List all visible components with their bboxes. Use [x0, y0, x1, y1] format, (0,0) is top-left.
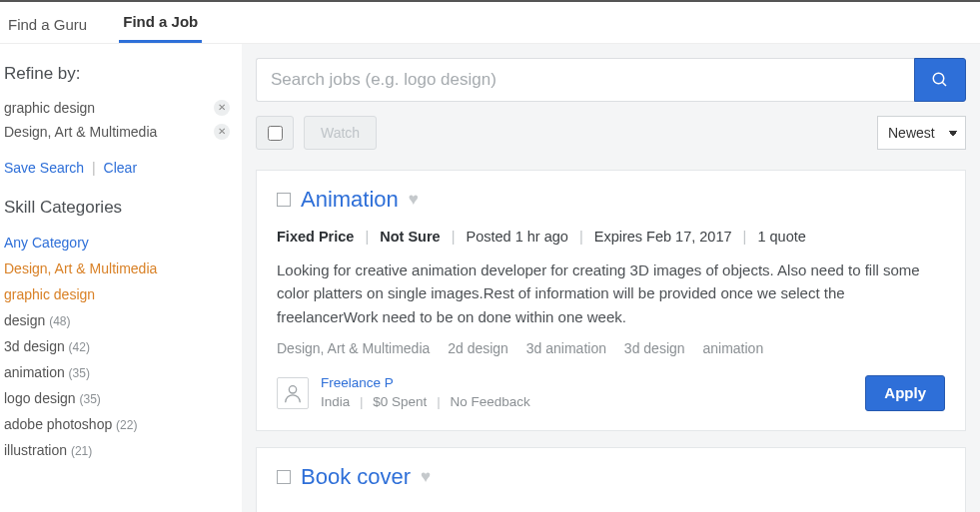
- filter-label: graphic design: [4, 100, 95, 116]
- select-all-box[interactable]: [256, 116, 294, 150]
- sort-select[interactable]: Newest: [877, 116, 966, 150]
- svg-line-1: [942, 82, 946, 86]
- category-item[interactable]: Design, Art & Multimedia: [4, 256, 230, 281]
- search-input[interactable]: [256, 58, 914, 102]
- job-meta: Fixed Price | Not Sure | Posted 1 hr ago…: [277, 229, 945, 245]
- avatar: [277, 377, 309, 409]
- category-count: (48): [49, 314, 70, 328]
- category-count: (35): [69, 366, 90, 380]
- remove-filter-icon[interactable]: ✕: [214, 100, 230, 116]
- job-title-link[interactable]: Book cover: [301, 464, 411, 490]
- search-icon: [931, 71, 949, 89]
- favorite-icon[interactable]: ♥: [421, 467, 431, 487]
- tag[interactable]: 3d design: [624, 340, 685, 356]
- job-card: Book cover ♥: [256, 447, 966, 512]
- user-icon: [282, 382, 304, 404]
- active-filter: Design, Art & Multimedia ✕: [4, 120, 230, 144]
- category-count: (42): [69, 340, 90, 354]
- main-tabs: Find a Guru Find a Job: [0, 2, 980, 44]
- tag[interactable]: Design, Art & Multimedia: [277, 340, 430, 356]
- expires: Expires Feb 17, 2017: [594, 229, 732, 245]
- main-content: Watch Newest Animation ♥ Fixed Price | N…: [242, 44, 980, 512]
- poster-name-link[interactable]: Freelance P: [321, 375, 394, 390]
- refine-by-heading: Refine by:: [4, 64, 230, 84]
- job-tags: Design, Art & Multimedia 2d design 3d an…: [277, 340, 945, 356]
- category-label: adobe photoshop: [4, 416, 112, 432]
- category-item[interactable]: adobe photoshop (22): [4, 411, 230, 437]
- favorite-icon[interactable]: ♥: [409, 190, 419, 210]
- sidebar: Refine by: graphic design ✕ Design, Art …: [0, 44, 242, 512]
- job-checkbox[interactable]: [277, 470, 291, 484]
- watch-button[interactable]: Watch: [304, 116, 377, 150]
- category-count: (35): [80, 392, 101, 406]
- poster-row: Freelance P India | $0 Spent | No Feedba…: [277, 374, 945, 412]
- svg-point-2: [289, 385, 296, 392]
- search-bar: [256, 58, 966, 102]
- category-any[interactable]: Any Category: [4, 230, 230, 256]
- active-filter: graphic design ✕: [4, 96, 230, 120]
- select-all-checkbox[interactable]: [268, 126, 283, 141]
- category-item[interactable]: design (48): [4, 307, 230, 333]
- filter-label: Design, Art & Multimedia: [4, 124, 157, 140]
- apply-button[interactable]: Apply: [865, 375, 945, 411]
- category-item[interactable]: 3d design (42): [4, 333, 230, 359]
- job-title-link[interactable]: Animation: [301, 187, 399, 213]
- skill-categories-heading: Skill Categories: [4, 198, 230, 218]
- sort-wrap: Newest: [877, 116, 966, 150]
- category-label: design: [4, 312, 45, 328]
- filter-actions: Save Search | Clear: [4, 160, 230, 176]
- quotes-count: 1 quote: [757, 229, 805, 245]
- tag[interactable]: animation: [702, 340, 763, 356]
- posted-time: Posted 1 hr ago: [466, 229, 567, 245]
- svg-point-0: [933, 73, 944, 84]
- category-item[interactable]: graphic design: [4, 281, 230, 307]
- poster-info: Freelance P India | $0 Spent | No Feedba…: [321, 374, 530, 412]
- job-description: Looking for creative animation developer…: [277, 258, 945, 328]
- budget: Not Sure: [380, 229, 440, 245]
- category-label: 3d design: [4, 338, 65, 354]
- category-count: (22): [116, 418, 137, 432]
- poster-spent: $0 Spent: [373, 394, 427, 409]
- separator: |: [92, 160, 96, 176]
- search-button[interactable]: [914, 58, 966, 102]
- category-item[interactable]: animation (35): [4, 359, 230, 385]
- category-item[interactable]: logo design (35): [4, 385, 230, 411]
- category-label: animation: [4, 364, 65, 380]
- price-type: Fixed Price: [277, 229, 354, 245]
- remove-filter-icon[interactable]: ✕: [214, 124, 230, 140]
- category-item[interactable]: illustration (21): [4, 437, 230, 463]
- category-count: (21): [71, 444, 92, 458]
- poster-location: India: [321, 394, 350, 409]
- job-card: Animation ♥ Fixed Price | Not Sure | Pos…: [256, 170, 966, 431]
- save-search-link[interactable]: Save Search: [4, 160, 84, 176]
- tag[interactable]: 2d design: [448, 340, 508, 356]
- poster-feedback: No Feedback: [450, 394, 529, 409]
- category-label: logo design: [4, 390, 76, 406]
- tag[interactable]: 3d animation: [526, 340, 606, 356]
- job-checkbox[interactable]: [277, 193, 291, 207]
- clear-filters-link[interactable]: Clear: [104, 160, 137, 176]
- category-label: illustration: [4, 442, 67, 458]
- tab-find-guru[interactable]: Find a Guru: [4, 6, 91, 43]
- results-toolbar: Watch Newest: [256, 116, 966, 150]
- tab-find-job[interactable]: Find a Job: [119, 3, 202, 43]
